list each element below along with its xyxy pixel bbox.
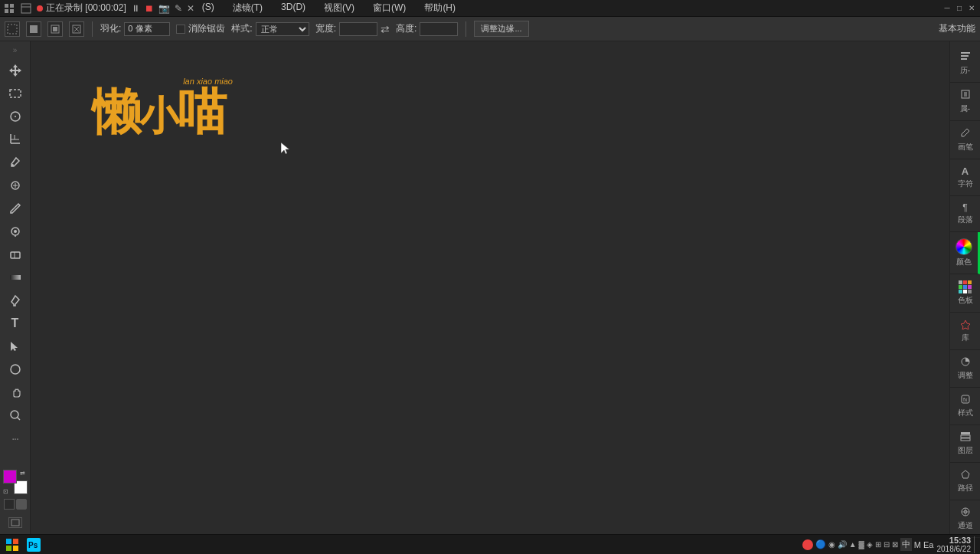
channels-panel-button[interactable]: 通道 [950, 500, 980, 538]
lasso-tool[interactable] [5, 106, 26, 127]
hand-tool[interactable] [5, 382, 26, 403]
taskbar-clock[interactable]: 15:33 2018/6/22 [937, 536, 972, 553]
color-swatches[interactable]: ⇄ ⊡ [3, 470, 28, 494]
tray-input-icon[interactable]: 中 [900, 538, 912, 551]
standard-mode[interactable] [4, 499, 15, 510]
paths-panel-button[interactable]: 路径 [950, 463, 980, 500]
brush-panel-button[interactable]: 画笔 [950, 121, 980, 159]
library-panel-button[interactable]: 库 [950, 313, 980, 350]
menu-filter[interactable]: 滤镜(T) [230, 0, 266, 16]
menu-3d[interactable]: 3D(D) [278, 0, 309, 16]
para-panel-label: 段落 [958, 215, 973, 225]
toolbar-sep-1 [92, 21, 93, 37]
layers-panel-button[interactable]: 图层 [950, 425, 980, 463]
styles-panel-button[interactable]: fx 样式 [950, 388, 980, 425]
minimize-button[interactable]: ─ [942, 3, 952, 14]
properties-label: 属- [960, 103, 970, 114]
panel-collapse-arrow[interactable]: » [8, 44, 23, 55]
anti-alias-label: 消除锯齿 [188, 22, 225, 35]
path-select-tool[interactable] [5, 336, 26, 357]
close-button[interactable]: ✕ [966, 3, 977, 14]
canvas-logo: lan xiao miao 懒小喵 [92, 87, 225, 136]
stamp-tool[interactable] [5, 221, 26, 242]
move-tool[interactable] [5, 60, 26, 81]
adjustments-panel-button[interactable]: 调整 [950, 350, 980, 388]
tool-mode-2[interactable] [26, 21, 41, 37]
pen-tool[interactable] [5, 290, 26, 311]
tool-mode-1[interactable] [5, 21, 20, 37]
svg-point-23 [14, 230, 17, 233]
fg-color-swatch[interactable] [3, 470, 17, 484]
tray-network-icon: ▲ [849, 540, 857, 549]
menu-help[interactable]: 帮助(H) [421, 0, 459, 16]
screen-mode-button[interactable] [8, 517, 22, 528]
more-tools[interactable]: ··· [5, 428, 26, 449]
pencil-icon[interactable]: ✎ [175, 3, 182, 14]
start-button[interactable] [3, 537, 21, 552]
color-panel-button[interactable]: 颜色 [950, 232, 980, 274]
stop-icon[interactable]: ⏹ [145, 3, 154, 14]
svg-rect-34 [961, 58, 967, 60]
pause-icon[interactable]: ⏸ [131, 3, 140, 14]
svg-rect-42 [961, 438, 970, 441]
swap-colors-icon[interactable]: ⇄ [20, 470, 28, 477]
svg-rect-25 [11, 252, 20, 258]
svg-rect-1 [10, 4, 14, 8]
swap-icon[interactable]: ⇄ [381, 23, 390, 35]
text-tool[interactable]: T [5, 313, 26, 334]
menu-view[interactable]: 视图(V) [321, 0, 358, 16]
quick-mask-mode[interactable] [16, 499, 27, 510]
properties-panel-button[interactable]: 属- [950, 83, 980, 121]
mouse-cursor [279, 141, 292, 159]
shape-tool[interactable] [5, 359, 26, 380]
tray-battery-icon: ▓ [859, 540, 864, 549]
library-label: 库 [962, 333, 969, 343]
svg-rect-32 [961, 52, 970, 54]
tray-icon-4: ⊟ [884, 540, 890, 549]
feather-input[interactable] [124, 22, 170, 36]
style-label: 样式: [231, 22, 252, 35]
gradient-tool[interactable] [5, 267, 26, 288]
height-input[interactable] [420, 22, 458, 36]
svg-rect-43 [961, 435, 970, 438]
toolbar: 羽化: 消除锯齿 样式: 正常 固定比例 固定大小 宽度: ⇄ 高度: 调整边缘… [0, 17, 980, 41]
brush-tool[interactable] [5, 198, 26, 219]
menu-window[interactable]: 窗口(W) [370, 0, 409, 16]
width-label: 宽度: [315, 22, 336, 35]
close-recording-icon[interactable]: ✕ [187, 3, 194, 14]
toolbar-sep-2 [466, 21, 466, 37]
left-tool-panel: » T [0, 41, 31, 534]
para-panel-button[interactable]: ¶ 段落 [950, 196, 980, 232]
tool-mode-4[interactable] [69, 21, 84, 37]
marquee-rect-tool[interactable] [5, 83, 26, 104]
grid-icon [3, 2, 15, 15]
taskbar-app-ps[interactable]: Ps [24, 536, 43, 553]
tool-mode-3[interactable] [47, 21, 63, 37]
camera-icon[interactable]: 📷 [158, 3, 170, 14]
width-input[interactable] [339, 22, 377, 36]
show-desktop-button[interactable] [974, 536, 977, 553]
svg-rect-3 [10, 9, 14, 13]
maximize-button[interactable]: □ [954, 3, 965, 14]
adjust-edge-button[interactable]: 调整边缘... [474, 21, 528, 37]
style-select[interactable]: 正常 固定比例 固定大小 [256, 22, 309, 36]
library-icon [960, 319, 971, 331]
healing-tool[interactable] [5, 175, 26, 196]
channels-label: 通道 [958, 520, 973, 531]
anti-alias-checkbox[interactable] [176, 25, 185, 34]
svg-point-28 [11, 365, 20, 374]
eraser-tool[interactable] [5, 244, 26, 265]
height-label: 高度: [396, 22, 416, 35]
swatches-panel-button[interactable]: 色板 [950, 274, 980, 313]
char-panel-button[interactable]: A 字符 [950, 159, 980, 196]
eyedropper-tool[interactable] [5, 152, 26, 173]
color-panel-label: 颜色 [956, 257, 972, 267]
history-panel-button[interactable]: 历- [950, 44, 980, 83]
crop-tool[interactable] [5, 129, 26, 150]
win-controls: ─ □ ✕ [942, 3, 977, 14]
height-setting: 高度: [396, 22, 458, 36]
zoom-tool[interactable] [5, 405, 26, 426]
reset-colors-icon[interactable]: ⊡ [3, 488, 9, 494]
adjustments-icon [960, 356, 971, 369]
menu-shortcut-s[interactable]: (S) [199, 0, 217, 16]
